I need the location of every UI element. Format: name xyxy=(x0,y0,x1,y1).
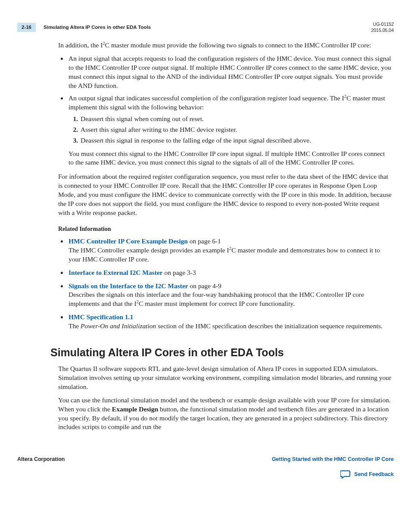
sim-paragraph-1: The Quartus II software supports RTL and… xyxy=(58,364,392,392)
page-ref: on page 6-1 xyxy=(188,237,221,245)
text: C master must implement for correct IP c… xyxy=(139,300,295,307)
step-3: Deassert this signal in response to the … xyxy=(80,136,392,145)
page-number: 2-16 xyxy=(17,23,36,32)
section-heading-simulating: Simulating Altera IP Cores in other EDA … xyxy=(50,345,392,360)
footer-company: Altera Corporation xyxy=(17,456,65,463)
italic-text: Power-On and Initialization xyxy=(81,322,156,330)
feedback-label: Send Feedback xyxy=(354,471,394,478)
feedback-icon xyxy=(340,470,351,479)
related-item-i2c-interface: Interface to External I2C Master on page… xyxy=(68,268,392,277)
behavior-steps: Deassert this signal when coming out of … xyxy=(68,115,392,145)
text: In addition, the I xyxy=(58,41,103,49)
register-config-paragraph: For information about the required regis… xyxy=(58,172,392,218)
send-feedback-link[interactable]: Send Feedback xyxy=(17,470,394,479)
step-2: Assert this signal after writing to the … xyxy=(80,125,392,134)
sim-paragraph-2: You can use the functional simulation mo… xyxy=(58,396,392,432)
footer-chapter-link[interactable]: Getting Started with the HMC Controller … xyxy=(272,456,394,463)
signal-bullet-list: An input signal that accepts requests to… xyxy=(58,54,392,167)
page-header: 2-16 Simulating Altera IP Cores in other… xyxy=(17,22,394,33)
link-signals-i2c-master[interactable]: Signals on the Interface to the I2C Mast… xyxy=(68,282,188,289)
related-item-example-design: HMC Controller IP Core Example Design on… xyxy=(68,237,392,264)
header-right: UG-01152 2015.05.04 xyxy=(371,22,394,33)
text: The xyxy=(68,322,81,330)
link-interface-i2c-master[interactable]: Interface to External I2C Master xyxy=(68,269,163,276)
header-left: 2-16 Simulating Altera IP Cores in other… xyxy=(17,23,151,32)
related-item-hmc-spec: HMC Specification 1.1 The Power-On and I… xyxy=(68,313,392,331)
link-hmc-specification[interactable]: HMC Specification 1.1 xyxy=(68,313,133,320)
related-information-heading: Related Information xyxy=(58,225,392,233)
content-area: In addition, the I2C master module must … xyxy=(58,41,392,432)
step-1: Deassert this signal when coming out of … xyxy=(80,115,392,124)
connect-signal-note: You must connect this signal to the HMC … xyxy=(68,149,392,168)
text: An output signal that indicates successf… xyxy=(68,94,344,102)
text: An output signal that indicates successf… xyxy=(68,94,385,111)
related-item-signals-i2c: Signals on the Interface to the I2C Mast… xyxy=(68,282,392,309)
doc-date: 2015.05.04 xyxy=(371,28,394,34)
text: The HMC Controller example design provid… xyxy=(68,246,229,254)
text: section of the HMC specification describ… xyxy=(156,322,383,330)
link-hmc-example-design[interactable]: HMC Controller IP Core Example Design xyxy=(68,237,188,245)
doc-id: UG-01152 xyxy=(371,22,394,28)
bullet-output-signal: An output signal that indicates successf… xyxy=(68,94,392,167)
page-ref: on page 4-9 xyxy=(188,282,221,289)
text: An input signal that accepts requests to… xyxy=(68,55,391,89)
bullet-input-signal: An input signal that accepts requests to… xyxy=(68,54,392,90)
page-footer: Altera Corporation Getting Started with … xyxy=(17,456,394,463)
bold-text: Example Design xyxy=(112,405,158,413)
related-information-list: HMC Controller IP Core Example Design on… xyxy=(58,237,392,331)
page-ref: on page 3-3 xyxy=(163,269,196,276)
running-title: Simulating Altera IP Cores in other EDA … xyxy=(44,24,151,31)
intro-paragraph: In addition, the I2C master module must … xyxy=(58,41,392,50)
text: C master module must provide the followi… xyxy=(105,41,371,49)
